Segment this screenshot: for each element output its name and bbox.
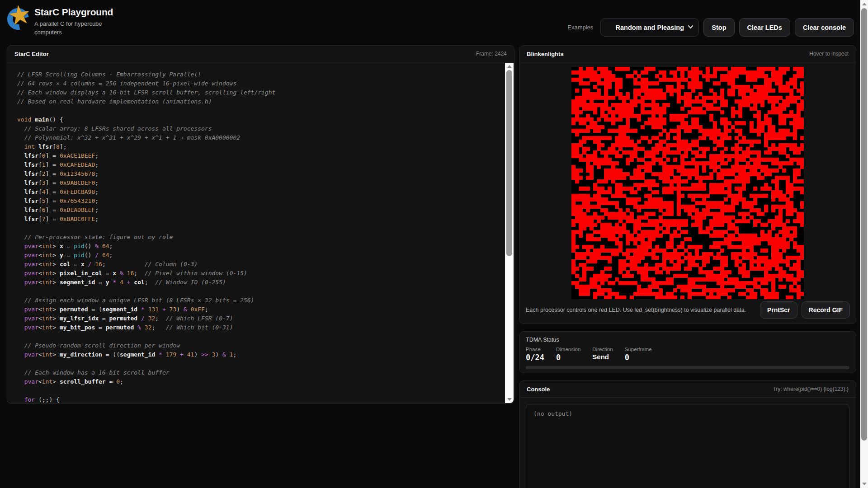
code-line: lfsr[3] = 0x9ABCDEF0; xyxy=(17,178,494,188)
code-line: lfsr[5] = 0x76543210; xyxy=(17,197,494,206)
code-line xyxy=(17,332,494,341)
examples-dropdown-value: Random and Pleasing xyxy=(616,24,684,31)
clear-leds-button[interactable]: Clear LEDs xyxy=(739,18,790,37)
code-line: lfsr[6] = 0xDEADBEEF; xyxy=(17,206,494,215)
code-line: pvar<int> x = pid() % 64; xyxy=(17,242,494,251)
hover-hint: Hover to inspect xyxy=(809,51,849,57)
code-line xyxy=(17,106,494,115)
code-line: lfsr[7] = 0xBADC0FFE; xyxy=(17,215,494,224)
code-line: // Pseudo-random scroll direction per wi… xyxy=(17,341,494,350)
console-panel: Console Try: where(pid()==0) {log(123);}… xyxy=(519,380,856,488)
console-hint: Try: where(pid()==0) {log(123);} xyxy=(773,386,849,392)
page-scroll-down-icon[interactable] xyxy=(862,483,867,485)
editor-scrollbar-thumb[interactable] xyxy=(506,70,512,256)
tdma-status-panel: TDMA Status Phase0/24Dimension0Direction… xyxy=(519,331,856,373)
examples-dropdown[interactable]: Random and Pleasing xyxy=(600,18,699,37)
logo-star-icon: ★ xyxy=(6,0,33,30)
page-scrollbar-thumb[interactable] xyxy=(861,8,867,441)
code-line: pvar<int> permuted = (segment_id * 131 +… xyxy=(17,305,494,314)
record-gif-button[interactable]: Record GIF xyxy=(802,301,850,319)
editor-title: StarC Editor xyxy=(14,51,49,57)
code-line: pvar<int> scroll_buffer = 0; xyxy=(17,377,494,386)
blinkenlights-title: Blinkenlights xyxy=(527,51,564,57)
tdma-progress-bar xyxy=(526,366,849,369)
code-line: lfsr[0] = 0xACE1BEEF; xyxy=(17,151,494,160)
code-line: // Scalar array: 8 LFSRs shared across a… xyxy=(17,124,494,133)
code-line: for (;;) { xyxy=(17,395,494,404)
tdma-stats-row: Phase0/24Dimension0DirectionSendSuperfra… xyxy=(526,347,849,362)
code-line: // Each window has a 16-bit scroll buffe… xyxy=(17,368,494,377)
code-line: pvar<int> my_direction = ((segment_id * … xyxy=(17,350,494,359)
code-line: lfsr[2] = 0x12345678; xyxy=(17,169,494,178)
code-line: // Polynomial: x^32 + x^31 + x^29 + x^1 … xyxy=(17,133,494,142)
code-line: // Assign each window a unique LFSR bit … xyxy=(17,296,494,305)
scroll-up-icon[interactable] xyxy=(507,65,512,68)
code-line: // Each window displays a 16-bit LFSR sc… xyxy=(17,88,494,97)
code-line: lfsr[4] = 0xFEDCBA98; xyxy=(17,188,494,197)
page-scrollbar[interactable] xyxy=(860,0,868,488)
tdma-stat-superframe: Superframe0 xyxy=(625,347,652,362)
code-editor[interactable]: // LFSR Scrolling Columns - Embarrassing… xyxy=(7,62,514,404)
scroll-down-icon[interactable] xyxy=(507,398,512,401)
code-line: // LFSR Scrolling Columns - Embarrassing… xyxy=(17,70,494,79)
console-output[interactable]: (no output) xyxy=(526,404,849,488)
code-line: pvar<int> my_lfsr_idx = permuted / 32; /… xyxy=(17,314,494,323)
code-line: lfsr[1] = 0xCAFEDEAD; xyxy=(17,160,494,169)
code-line: // Per-processor state: figure out my ro… xyxy=(17,233,494,242)
tdma-stat-phase: Phase0/24 xyxy=(526,347,544,362)
code-line xyxy=(17,386,494,395)
code-line: pvar<int> col = x / 16; // Column (0-3) xyxy=(17,260,494,269)
blinkenlights-panel: Blinkenlights Hover to inspect Each proc… xyxy=(519,45,856,324)
page-subtitle: A parallel C for hypercube computers xyxy=(34,19,116,37)
examples-label: Examples xyxy=(567,24,593,31)
tdma-stat-dimension: Dimension0 xyxy=(556,347,580,362)
console-title: Console xyxy=(527,386,550,393)
editor-panel: StarC Editor Frame: 2424 // LFSR Scrolli… xyxy=(7,45,514,404)
tdma-stat-direction: DirectionSend xyxy=(592,347,613,362)
stop-button[interactable]: Stop xyxy=(703,18,734,37)
editor-scrollbar[interactable] xyxy=(505,63,514,403)
code-line: // 64 rows × 4 columns = 256 independent… xyxy=(17,79,494,88)
app-logo: ★ xyxy=(6,6,32,32)
code-line: pvar<int> my_bit_pos = permuted % 32; //… xyxy=(17,323,494,332)
tdma-title: TDMA Status xyxy=(526,337,849,343)
page-scroll-up-icon[interactable] xyxy=(862,3,867,5)
page-title: StarC Playground xyxy=(34,7,116,18)
code-line xyxy=(17,224,494,233)
chevron-down-icon xyxy=(688,25,693,29)
code-line: pvar<int> pixel_in_col = x % 16; // Pixe… xyxy=(17,269,494,278)
code-line: pvar<int> y = pid() / 64; xyxy=(17,251,494,260)
prntscr-button[interactable]: PrntScr xyxy=(760,301,797,319)
led-caption: Each processor controls one red LED. Use… xyxy=(526,307,746,313)
code-line xyxy=(17,359,494,368)
code-line: pvar<int> segment_id = y * 4 + col; // W… xyxy=(17,278,494,287)
led-matrix-canvas[interactable] xyxy=(571,67,804,299)
clear-console-button[interactable]: Clear console xyxy=(795,18,854,37)
code-line: int lfsr[8]; xyxy=(17,142,494,151)
code-line: // Based on real hardware implementation… xyxy=(17,97,494,106)
frame-counter: Frame: 2424 xyxy=(476,51,507,57)
code-line: void main() { xyxy=(17,115,494,124)
code-line xyxy=(17,287,494,296)
